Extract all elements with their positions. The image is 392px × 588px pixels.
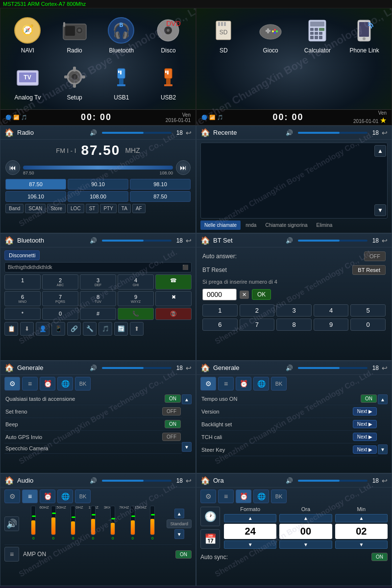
eq-bar-5[interactable]: 0 [130,503,135,542]
ora-calendar-icon[interactable]: 📅 [200,529,220,549]
bt-call-btn[interactable]: ☎ [155,274,192,290]
bt-vol-bar[interactable] [102,240,172,242]
ctrl-scan[interactable]: SCAN [25,204,46,213]
app-sd[interactable]: SD SD [201,16,246,107]
gen1-tab-gear[interactable]: ⚙ [4,377,20,391]
gen2-tab-clock[interactable]: ⏰ [236,377,251,391]
bt-action-1[interactable]: 📋 [4,322,18,336]
gen2-ctrl-0[interactable]: ON [361,394,377,403]
btset-vol-bar[interactable] [298,240,368,242]
audio-speaker-icon[interactable]: 🔊 [4,516,19,531]
preset-4[interactable]: 108.00 [68,191,128,202]
bt-action-4[interactable]: 📱 [51,322,65,336]
app-navi[interactable]: 🧭 NAVI [5,16,50,60]
gen2-next-1[interactable]: Next ▶ [353,407,377,416]
preset-1[interactable]: 90.10 [68,179,128,190]
app-usb2[interactable]: USB2 [146,63,191,107]
btset-auto-toggle[interactable]: OFF [364,251,386,261]
recente-vol-bar[interactable] [298,132,368,134]
bt-key-1[interactable]: 1 [4,274,41,290]
ora-tab-clock[interactable]: ⏰ [236,490,251,503]
eq-bar-3[interactable]: 0 [91,503,96,542]
app-gioco[interactable]: Gioco [248,16,293,107]
btset-num-1[interactable]: 1 [202,304,238,317]
bt-key-8[interactable]: 8TUV [80,291,116,306]
tab-nnda[interactable]: nnda [242,220,260,230]
tab-chiamate-signorina[interactable]: Chiamate signorina [261,220,311,230]
audio-tab-clock[interactable]: ⏰ [40,490,55,503]
bt-key-2[interactable]: 2ABC [42,274,78,290]
gen1-back-icon[interactable]: ↩ [186,364,192,372]
eq-bar-6[interactable]: 0 [150,503,155,542]
bt-action-8[interactable]: 🔄 [114,322,128,336]
ora-tab-globe[interactable]: 🌐 [253,490,269,503]
formato-up[interactable]: ▲ [224,514,276,522]
radio-track[interactable]: 87.50 108.00 [23,166,173,170]
bt-action-2[interactable]: ⬇ [20,322,34,336]
ora-tab-bk[interactable]: BK [271,490,287,503]
eq-icon-btn[interactable]: ≡ [4,547,19,562]
gen2-vol-bar[interactable] [298,367,368,369]
radio-next-btn[interactable]: ⏭ [176,160,191,175]
gen1-ctrl-1[interactable]: OFF [162,407,181,416]
gen2-tab-bk[interactable]: BK [271,377,287,391]
bt-key-7[interactable]: 7PQRS [42,291,78,306]
gen1-ctrl-2[interactable]: ON [165,420,181,428]
preset-5[interactable]: 87.50 [130,191,191,202]
bt-disconnect-btn[interactable]: Disconnetti [4,250,40,260]
audio-tab-gear[interactable]: ⚙ [4,490,20,503]
scroll-up-btn[interactable]: ▲ [374,145,386,157]
preset-2[interactable]: 98.10 [130,179,191,190]
app-calculator[interactable]: Calculator [295,16,340,107]
gen1-vol-bar[interactable] [102,367,172,369]
audio-back-icon[interactable]: ↩ [186,477,192,485]
audio-tab-globe[interactable]: 🌐 [57,490,73,503]
ctrl-st[interactable]: ST [86,204,99,213]
btset-num-7[interactable]: 7 [240,318,275,331]
gen2-next-2[interactable]: Next ▶ [353,420,377,428]
app-phone-link[interactable]: Phone Link [342,16,387,107]
preset-3[interactable]: 106.10 [5,191,66,202]
app-bluetooth[interactable]: 🎧 ʙ Bluetooth [99,16,144,60]
btset-num-3[interactable]: 3 [276,304,312,317]
eq-bar-4[interactable]: 0 [110,503,115,542]
min-up[interactable]: ▲ [335,514,388,522]
standard-preset-btn[interactable]: Standard [167,519,192,528]
app-setup[interactable]: Setup [52,63,97,107]
tab-nelle-chiamate[interactable]: Nelle chiamate [200,220,241,230]
bt-key-star[interactable]: ✖ [155,291,192,306]
bt-action-9[interactable]: ⬆ [130,322,144,336]
app-usb1[interactable]: USB1 [99,63,144,107]
tab-elimina[interactable]: Elimina [313,220,337,230]
bt-action-6[interactable]: 🔧 [83,322,97,336]
audio-vol-bar[interactable] [102,480,172,482]
bt-key-9[interactable]: 9WXYZ [118,291,154,306]
eq-bar-2[interactable]: 0 [71,503,75,542]
ctrl-band[interactable]: Band [5,204,24,213]
ctrl-af[interactable]: AF [132,204,146,213]
gen1-scroll-up[interactable]: ▲ [182,394,192,404]
btset-reset-btn[interactable]: BT Reset [352,265,386,275]
bt-key-asterisk[interactable]: * [4,308,41,320]
ctrl-store[interactable]: Store [47,204,66,213]
radio-prev-btn[interactable]: ⏮ [5,160,20,175]
btset-num-5[interactable]: 5 [350,304,386,317]
bt-key-6[interactable]: 6MNO [4,291,41,306]
btset-num-6[interactable]: 6 [202,318,238,331]
btset-ok-btn[interactable]: OK [252,289,271,300]
btset-num-9[interactable]: 9 [314,318,349,331]
bt-red-end[interactable]: 📵 [155,308,192,320]
gen1-scroll-down[interactable]: ▼ [182,442,192,452]
app-disco[interactable]: DVD Disco [146,16,191,60]
btset-num-4[interactable]: 4 [314,304,349,317]
btset-pin-input[interactable]: 0000 [202,289,237,300]
ora-dn[interactable]: ▼ [279,540,332,549]
eq-bar-0[interactable]: 0 [31,503,36,542]
bt-green-call[interactable]: 📞 [118,308,154,320]
ora-tab-eq[interactable]: ≡ [218,490,234,503]
btset-clear-icon[interactable]: ✕ [240,291,249,299]
gen1-tab-globe[interactable]: 🌐 [57,377,73,391]
bt-action-7[interactable]: 🎵 [98,322,112,336]
audio-tab-eq[interactable]: ≡ [22,490,38,503]
bt-key-4[interactable]: 4GHI [118,274,154,290]
